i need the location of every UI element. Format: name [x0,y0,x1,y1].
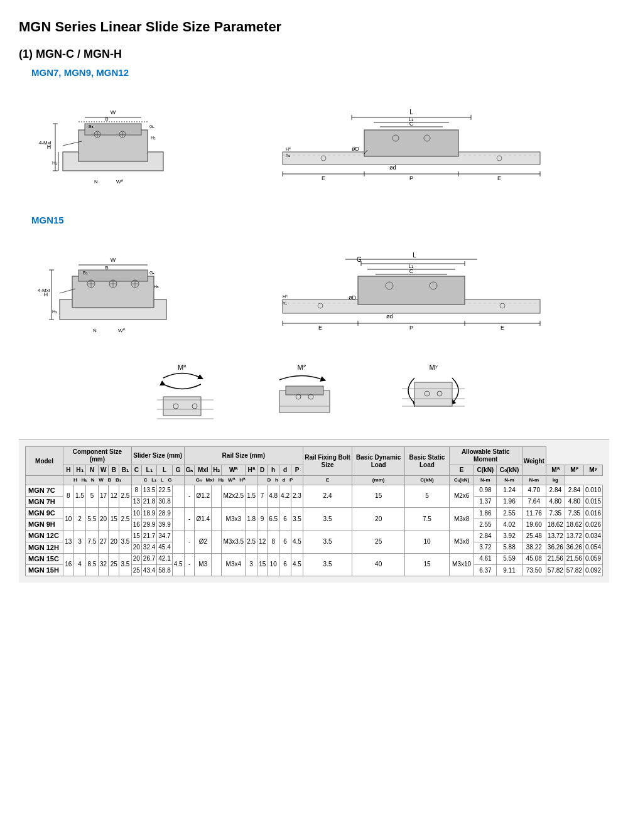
svg-rect-58 [78,270,148,281]
svg-text:W: W [111,109,116,116]
svg-text:L: L [409,109,413,116]
svg-rect-115 [163,397,201,416]
th-e: E [449,465,474,476]
model-cell: MGN 12C [26,530,63,542]
svg-text:H₂: H₂ [151,136,156,140]
th-wr: Wᴿ [222,465,246,476]
model-cell: MGN 7C [26,485,63,496]
svg-text:h₁: h₁ [286,153,290,158]
th-component-size: Component Size (mm) [63,447,132,465]
moment-diagrams-row: Mᴿ [19,362,609,428]
th-model: Model [26,447,63,476]
svg-rect-123 [286,386,323,395]
th-c0-kn: C₀(kN) [497,465,522,476]
svg-rect-28 [364,130,458,156]
mgn15-side-svg: G L L₁ C øD Hᴿ h₁ ød E [270,230,553,356]
th-c-kn: C(kN) [474,465,497,476]
th-c: C [131,465,141,476]
svg-text:ød: ød [389,164,396,171]
th-h: H [63,465,74,476]
th-allowable-moment: Allowable Static Moment [449,447,522,465]
th-h1: H₁ [73,465,86,476]
mgn7-diagrams: W B B₁ Gₙ H₂ 4-Mxl H H₁ [25,83,609,208]
svg-text:E: E [318,325,322,331]
svg-text:B: B [105,265,108,271]
table-row: MGN 12C 13 3 7.5 27 20 3.5 15 21.7 34.7 … [26,530,603,542]
th-unit-my-nm: N-m [522,476,546,485]
th-hr: Hᴿ [246,465,257,476]
th-rail-size: Rail Size (mm) [184,447,303,465]
svg-text:C: C [409,121,414,127]
table-row: MGN 7C 8 1.5 5 17 12 2.5 8 13.5 22.5 - Ø… [26,485,603,496]
main-title: MGN Series Linear Slide Size Parameter [19,19,609,35]
svg-rect-128 [414,382,452,406]
th-unit-kg: kg [546,476,565,485]
svg-text:P: P [409,175,413,181]
svg-text:B₁: B₁ [83,271,88,275]
mgn15-front-view: W B B₁ Gₙ H₂ 4-Mxl H H₁ N Wᴿ [25,230,201,356]
svg-text:Gₙ: Gₙ [149,271,154,275]
th-g: G [172,465,184,476]
moment-mp-diagram: Mᴾ [264,362,345,428]
th-unit-bolt-mm: (mm) [352,476,405,485]
mgn7-side-view: L L₁ C øD Hᴿ h₁ ød E [214,83,609,208]
svg-text:Mᴾ: Mᴾ [297,363,305,371]
svg-text:H₁: H₁ [52,310,57,314]
th-l1: L₁ [141,465,156,476]
svg-text:E: E [501,325,504,331]
svg-text:W: W [111,257,116,263]
table-header-row-1: Model Component Size (mm) Slider Size (m… [26,447,603,465]
th-mxl: Mxl [195,465,212,476]
th-unit-rail2-mm: D h d P [257,476,303,485]
moment-my-diagram: Mʸ [383,362,484,428]
model-cell: MGN 9C [26,507,63,519]
svg-text:Mʸ: Mʸ [429,363,437,371]
svg-text:Mᴿ: Mᴿ [178,363,187,371]
svg-text:C: C [409,268,414,274]
th-mp: Mᴾ [565,465,583,476]
sub-title-mgn15: MGN15 [31,215,609,225]
svg-text:B: B [105,116,108,122]
mgn15-side-view: G L L₁ C øD Hᴿ h₁ ød E [214,230,609,356]
mgn15-diagrams: W B B₁ Gₙ H₂ 4-Mxl H H₁ N Wᴿ [25,230,609,356]
th-h-: h [268,465,279,476]
svg-text:H: H [47,144,51,150]
svg-text:øD: øD [349,294,356,301]
svg-text:E: E [322,175,325,181]
th-d-: d [279,465,291,476]
mgn7-front-view: W B B₁ Gₙ H₂ 4-Mxl H H₁ [25,83,201,208]
svg-text:L: L [413,252,416,259]
svg-text:h₁: h₁ [283,301,287,305]
svg-text:Hᴿ: Hᴿ [283,294,288,299]
th-unit-mp-nm: N-m [497,476,522,485]
table-body: MGN 7C 8 1.5 5 17 12 2.5 8 13.5 22.5 - Ø… [26,485,603,576]
th-rail-bolt: Rail Fixing Bolt Size [303,447,352,476]
section-title: (1) MGN-C / MGN-H [19,48,609,61]
mgn7-front-svg: W B B₁ Gₙ H₂ 4-Mxl H H₁ [25,83,201,208]
svg-text:øD: øD [352,146,359,152]
th-basic-static: Basic Static Load [405,447,450,476]
sub-title-mgn7: MGN7, MGN9, MGN12 [31,67,609,78]
svg-text:Gₙ: Gₙ [149,124,154,129]
th-l: L [157,465,172,476]
th-basic-dynamic: Basic Dynamic Load [352,447,405,476]
model-cell: MGN 15H [26,564,63,576]
svg-text:H₂: H₂ [154,284,159,289]
th-unit-mm: H H₁ N W B B₁ [63,476,132,485]
th-w: W [98,465,109,476]
model-cell: MGN 7H [26,496,63,507]
th-b: B [109,465,119,476]
moment-mr-diagram: Mᴿ [144,362,226,428]
th-gn: Gₙ [184,465,195,476]
th-slider-size: Slider Size (mm) [131,447,184,465]
svg-text:P: P [409,325,413,331]
table-row: MGN 15C 16 4 8.5 32 25 3.5 20 26.7 42.1 … [26,553,603,564]
page: MGN Series Linear Slide Size Parameter (… [0,0,628,595]
th-d: D [257,465,268,476]
svg-text:H₁: H₁ [52,161,57,165]
svg-text:B₁: B₁ [89,124,94,129]
th-unit-c0kn: C₀(kN) [449,476,474,485]
th-unit-rail-mm: Gₙ Mxl H₂ Wᴿ Hᴿ [184,476,257,485]
th-my: Mʸ [583,465,602,476]
th-mr: Mᴿ [546,465,565,476]
